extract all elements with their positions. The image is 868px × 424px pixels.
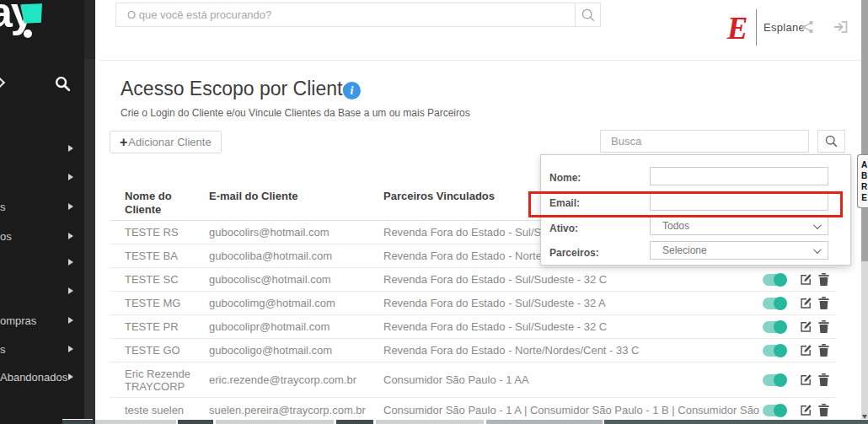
table-row: TESTE PR gubocolipr@hotmail.com Revenda … xyxy=(110,315,836,339)
edit-icon[interactable] xyxy=(800,273,812,286)
active-toggle[interactable] xyxy=(763,405,786,416)
esplane-logo: E xyxy=(723,10,752,46)
chevron-right-icon xyxy=(68,233,73,239)
client-email: gubocoliba@hotmail.com xyxy=(209,250,383,262)
parceiros-selected-value: Selecione xyxy=(662,244,707,256)
page-scrollbar[interactable] xyxy=(861,0,868,424)
sidebar-item-label: s xyxy=(0,343,6,356)
delete-icon[interactable] xyxy=(818,320,829,333)
add-client-label: Adicionar Cliente xyxy=(128,136,211,148)
client-partners: Revenda Fora do Estado - Sul/Sudeste - 3… xyxy=(383,273,763,286)
sidebar-item-1[interactable] xyxy=(0,141,84,156)
chevron-down-icon xyxy=(813,221,822,229)
delete-icon[interactable] xyxy=(818,373,829,386)
table-row: TESTE SC gubocolisc@hotmail.com Revenda … xyxy=(110,268,836,292)
sidebar-item-4[interactable]: os xyxy=(0,228,84,244)
taskbar-segment xyxy=(216,419,334,424)
chevron-right-icon xyxy=(68,346,73,352)
parceiros-select[interactable]: Selecione xyxy=(650,241,828,260)
abre-letter: E xyxy=(861,192,867,203)
client-partners: Revenda Fora do Estado - Sul/Sudeste - 3… xyxy=(383,320,763,333)
scrollbar-thumb[interactable] xyxy=(861,0,868,261)
global-search-input[interactable] xyxy=(115,3,576,27)
delete-icon[interactable] xyxy=(818,344,829,357)
client-email: suelen.pereira@traycorp.com.br xyxy=(209,404,383,416)
taskbar-segment xyxy=(178,419,213,424)
sidebar-item-5[interactable] xyxy=(0,255,84,270)
client-email: gubocolimg@hotmail.com xyxy=(209,297,383,309)
nome-input[interactable] xyxy=(650,167,828,185)
edit-icon[interactable] xyxy=(800,373,812,386)
chevron-right-icon xyxy=(68,317,73,324)
brand-divider xyxy=(756,9,757,46)
page-subtitle: Crie o Login do Cliente e/ou Vincule Cli… xyxy=(121,107,470,119)
table-row: Eric Rezende TRAYCORP eric.rezende@trayc… xyxy=(110,362,836,398)
app-window: ay s os xyxy=(0,0,868,424)
active-toggle[interactable] xyxy=(763,374,786,386)
add-client-button[interactable]: + Adicionar Cliente xyxy=(110,131,222,153)
cart-wheel-icon xyxy=(24,30,32,38)
taskbar-segment xyxy=(604,419,868,424)
table-filter-search-input[interactable] xyxy=(600,130,809,153)
abre-letter: B xyxy=(861,170,867,181)
taskbar-segment xyxy=(95,419,176,424)
ativo-label: Ativo: xyxy=(549,223,578,234)
header-divider xyxy=(99,60,861,61)
ativo-select[interactable]: Todos xyxy=(650,217,828,235)
active-toggle[interactable] xyxy=(763,298,786,309)
active-toggle[interactable] xyxy=(763,274,786,286)
edit-icon[interactable] xyxy=(800,297,812,309)
chevron-right-icon xyxy=(68,145,73,152)
taskbar-strip xyxy=(0,419,868,424)
active-toggle[interactable] xyxy=(763,321,786,333)
tray-logo[interactable]: ay xyxy=(0,0,95,56)
sidebar-scrollbar[interactable] xyxy=(84,0,95,424)
share-icon[interactable] xyxy=(801,20,815,34)
client-name: TESTE RS xyxy=(125,226,209,239)
sidebar-search-icon[interactable] xyxy=(54,75,72,93)
sidebar-item-9[interactable]: Abandonados xyxy=(0,369,84,384)
sidebar-item-7[interactable]: ompras xyxy=(0,313,84,328)
chevron-right-icon xyxy=(68,203,73,210)
search-icon xyxy=(581,8,596,23)
delete-icon[interactable] xyxy=(818,297,829,309)
sidebar-item-3[interactable]: s xyxy=(0,199,84,214)
abre-side-tab[interactable]: A B R E xyxy=(857,154,868,208)
taskbar-segment xyxy=(62,419,93,424)
client-email: gubocolisc@hotmail.com xyxy=(209,273,383,286)
sidebar-item-8[interactable]: s xyxy=(0,341,84,357)
sidebar-item-label: Abandonados xyxy=(0,371,67,384)
client-partners: Revenda Fora do Estado - Norte/Nordes/Ce… xyxy=(383,344,763,357)
chevron-right-icon xyxy=(68,259,73,266)
edit-icon[interactable] xyxy=(800,344,812,357)
client-name: TESTE BA xyxy=(125,250,209,262)
sign-in-icon[interactable] xyxy=(833,20,849,34)
brand-name: Esplane xyxy=(764,21,805,34)
delete-icon[interactable] xyxy=(818,404,829,416)
client-email: eric.rezende@traycorp.com.br xyxy=(209,373,383,386)
client-name: TESTE SC xyxy=(125,273,209,286)
info-icon[interactable]: i xyxy=(343,82,361,99)
sidebar-collapse-icon[interactable] xyxy=(0,77,5,89)
search-icon xyxy=(824,134,839,148)
sidebar-item-6[interactable] xyxy=(0,283,84,298)
red-highlight-annotation xyxy=(528,191,843,217)
sidebar-item-2[interactable] xyxy=(0,169,84,185)
edit-icon[interactable] xyxy=(800,320,812,333)
global-search-button[interactable] xyxy=(575,3,601,27)
chevron-down-icon xyxy=(813,245,822,254)
chevron-right-icon xyxy=(68,287,73,294)
table-filter-search-button[interactable] xyxy=(817,130,845,153)
ativo-selected-value: Todos xyxy=(662,220,689,232)
taskbar-segment xyxy=(376,419,484,424)
active-toggle[interactable] xyxy=(763,345,786,357)
client-name: TESTE PR xyxy=(125,320,209,333)
client-name: Eric Rezende TRAYCORP xyxy=(125,368,209,393)
sidebar: ay s os xyxy=(0,0,95,424)
parceiros-label: Parceiros: xyxy=(549,247,599,259)
abre-letter: R xyxy=(861,181,867,192)
abre-letter: A xyxy=(861,159,867,170)
edit-icon[interactable] xyxy=(800,404,812,416)
taskbar-segment xyxy=(336,419,373,424)
delete-icon[interactable] xyxy=(818,273,829,286)
